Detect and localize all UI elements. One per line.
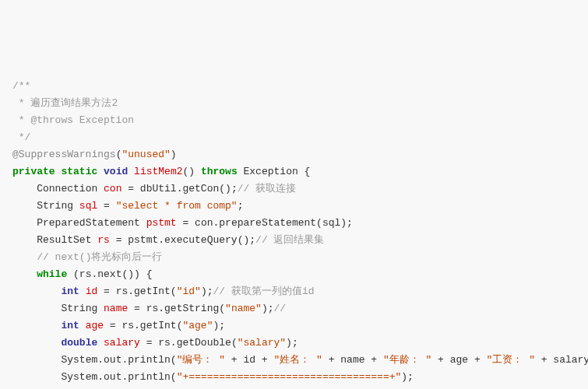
keyword-static: static [61, 166, 97, 177]
variable-name: name [104, 303, 128, 314]
code-text: = con.prepareStatement(sql); [177, 217, 353, 229]
variable-name: salary [104, 337, 140, 349]
comment-inline: // 获取连接 [238, 183, 296, 194]
code-text: = rs.getInt( [104, 320, 182, 331]
code-text: + name + [322, 354, 383, 366]
method-name: listMem2 [134, 166, 182, 177]
string-literal: "age" [182, 320, 213, 331]
string-literal: "name" [225, 303, 262, 314]
code-text: ); [201, 286, 213, 297]
code-text: = rs.getString( [128, 303, 225, 314]
comment-line: */ [12, 131, 30, 143]
annotation: @SuppressWarnings [12, 149, 116, 160]
variable-name: id [86, 286, 98, 297]
string-literal: "select * from comp" [116, 200, 238, 212]
code-text: System.out.println( [61, 354, 176, 366]
code-text: ); [213, 320, 225, 331]
code-text: () [183, 166, 201, 177]
variable-name: rs [97, 234, 110, 246]
variable-name: con [104, 183, 121, 194]
comment-line: // next()将光标向后一行 [37, 251, 162, 263]
comment-inline: // 返回结果集 [255, 234, 324, 246]
type-int: int [61, 286, 79, 297]
code-text: = rs.getInt( [97, 286, 176, 297]
string-literal: "+=================================+" [177, 371, 402, 383]
code-text: = [97, 200, 115, 212]
code-text: = pstmt.executeQuery(); [110, 234, 255, 246]
string-literal: "id" [177, 286, 201, 297]
type-string: String [37, 200, 79, 212]
variable-name: pstmt [146, 217, 177, 229]
string-literal: "salary" [238, 337, 286, 349]
keyword-private: private [12, 166, 55, 177]
code-text: = dbUtil.getCon(); [121, 183, 237, 194]
comment-inline: // 获取第一列的值id [213, 286, 315, 297]
code-text: + id + [225, 354, 273, 366]
type-string: String [61, 303, 104, 314]
type-preparedstatement: PreparedStatement [37, 217, 146, 229]
variable-name: sql [79, 200, 97, 212]
comment-inline: // [274, 303, 287, 314]
code-text: ); [262, 303, 274, 314]
type-void: void [104, 166, 128, 177]
type-resultset: ResultSet [37, 234, 97, 246]
paren: ) [171, 149, 177, 160]
type-int: int [61, 320, 79, 331]
comment-line: * @throws Exception [12, 114, 134, 126]
string-literal: "姓名： " [273, 354, 322, 366]
code-text: + salary); [535, 354, 588, 366]
string-literal: "编号： " [177, 354, 225, 366]
type-double: double [61, 337, 97, 349]
code-text: (rs.next()) { [67, 268, 152, 280]
variable-name: age [86, 320, 104, 331]
keyword-while: while [37, 268, 67, 280]
code-text: ); [401, 371, 414, 383]
semicolon: ; [238, 200, 244, 212]
keyword-throws: throws [201, 166, 238, 177]
type-connection: Connection [37, 183, 104, 194]
code-text: = rs.getDouble( [140, 337, 238, 349]
code-text: + age + [431, 354, 486, 366]
code-text: System.out.println( [61, 371, 176, 383]
string-literal: "工资： " [487, 354, 535, 366]
code-block: /** * 遍历查询结果方法2 * @throws Exception */ @… [12, 78, 576, 389]
comment-line: * 遍历查询结果方法2 [12, 97, 118, 109]
comment-line: /** [12, 80, 30, 92]
string-literal: "年龄： " [383, 354, 431, 366]
code-text: Exception { [238, 166, 311, 177]
string-literal: "unused" [121, 149, 170, 160]
code-text: ); [286, 337, 298, 349]
